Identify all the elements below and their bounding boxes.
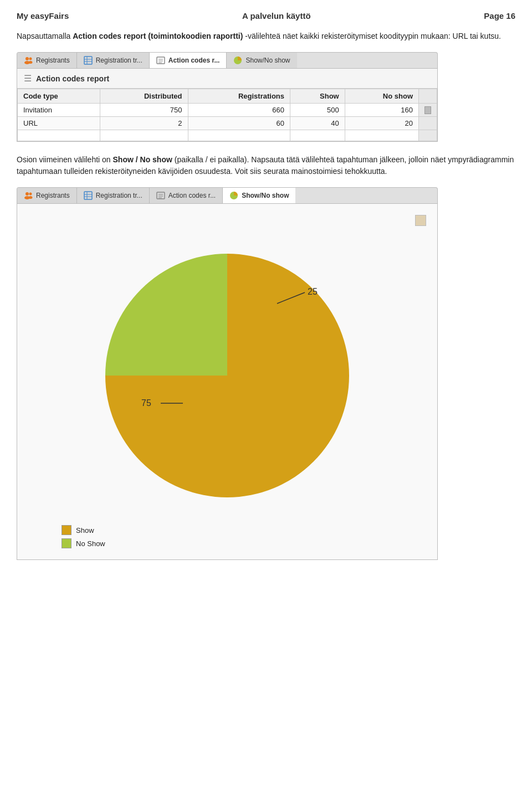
col-header-noshow: No show: [345, 89, 418, 104]
col-header-code-type: Code type: [18, 89, 100, 104]
label-25: 25: [308, 287, 318, 296]
row2-show: 40: [290, 117, 345, 130]
mid-before: Osion viimeinen välilehti on: [17, 155, 113, 164]
legend-color-noshow: [62, 538, 71, 548]
row2-code-type: URL: [18, 117, 100, 130]
legend-color-show: [62, 525, 71, 535]
row2-noshow: 20: [345, 117, 418, 130]
tab-registration-tr-1[interactable]: Registration tr...: [77, 53, 150, 68]
mid-bold: Show / No show: [113, 155, 172, 164]
pie-svg: 75 25: [89, 237, 366, 514]
svg-point-16: [29, 196, 33, 199]
tab-show-noshow-1[interactable]: Show/No show: [227, 53, 296, 68]
row1-noshow: 160: [345, 104, 418, 117]
intro-before: Napsauttamalla: [17, 32, 73, 40]
legend-label-noshow: No Show: [76, 539, 105, 548]
corner-indicator: [415, 215, 426, 226]
chart-legend: Show No Show: [62, 525, 105, 548]
row1-code-type: Invitation: [18, 104, 100, 117]
tab-label-show-noshow-2: Show/No show: [242, 192, 289, 199]
empty-cell-2: [100, 130, 188, 141]
row1-show: 500: [290, 104, 345, 117]
svg-rect-17: [84, 192, 92, 199]
table-row: Invitation 750 660 500 160: [18, 104, 437, 117]
tab-registration-tr-2[interactable]: Registration tr...: [77, 188, 150, 203]
col-header-show: Show: [290, 89, 345, 104]
pie-chart: 75 25: [89, 237, 366, 514]
list-icon-2: [156, 191, 165, 200]
users-icon-1: [24, 56, 33, 65]
svg-point-13: [25, 192, 29, 196]
tab-label-show-noshow-1: Show/No show: [245, 56, 290, 64]
row2-registrations: 60: [188, 117, 290, 130]
svg-point-15: [29, 193, 32, 196]
col-header-registrations: Registrations: [188, 89, 290, 104]
table-row: URL 2 60 40 20: [18, 117, 437, 130]
scrollbar-cell-2: [419, 117, 437, 130]
scrollbar-cell-3: [419, 130, 437, 141]
legend-item-show: Show: [62, 525, 105, 535]
tab-label-registrants-2: Registrants: [36, 192, 70, 199]
report-header-title: Action codes report: [36, 74, 109, 83]
row2-distributed: 2: [100, 117, 188, 130]
page-header: My easyFairs A palvelun käyttö Page 16: [17, 11, 515, 20]
action-codes-table: Code type Distributed Registrations Show…: [17, 89, 437, 141]
report-header: ☰ Action codes report: [17, 69, 437, 89]
svg-point-3: [29, 61, 33, 64]
page-number: Page 16: [484, 11, 515, 20]
tab-registrants-2[interactable]: Registrants: [17, 188, 77, 203]
empty-cell-1: [18, 130, 100, 141]
scrollbar-cell-1: [419, 104, 437, 117]
empty-cell-3: [188, 130, 290, 141]
tab-label-action-codes-1: Action codes r...: [168, 56, 220, 64]
tab-label-registration-tr-2: Registration tr...: [96, 192, 142, 199]
tab-show-noshow-2[interactable]: Show/No show: [223, 188, 295, 203]
pie-slice-noshow: [105, 254, 227, 376]
tab-action-codes-1[interactable]: Action codes r...: [150, 53, 227, 68]
pie-icon-2: [229, 191, 238, 200]
table-icon-2: [84, 191, 93, 200]
tab-bar-2: Registrants Registration tr... Action co…: [17, 187, 438, 203]
empty-cell-5: [345, 130, 418, 141]
col-header-distributed: Distributed: [100, 89, 188, 104]
pie-icon-1: [233, 56, 242, 65]
row1-distributed: 750: [100, 104, 188, 117]
intro-after: -välilehteä näet kaikki rekisteröitymise…: [243, 32, 501, 40]
mid-paragraph: Osion viimeinen välilehti on Show / No s…: [17, 154, 515, 177]
pie-chart-panel: 75 25 Show No Show: [17, 203, 438, 560]
table-icon-1: [84, 56, 93, 65]
site-title: My easyFairs: [17, 11, 69, 20]
center-title: A palvelun käyttö: [242, 11, 311, 20]
scrollbar-header: [419, 89, 437, 104]
empty-cell-4: [290, 130, 345, 141]
svg-point-2: [29, 58, 32, 60]
tab-label-action-codes-2: Action codes r...: [168, 192, 216, 199]
tab-registrants-1[interactable]: Registrants: [17, 53, 77, 68]
list-icon-1: [156, 56, 165, 65]
users-icon-2: [24, 191, 33, 200]
intro-bold: Action codes report (toimintokoodien rap…: [73, 32, 243, 40]
row1-registrations: 660: [188, 104, 290, 117]
svg-rect-4: [84, 56, 92, 64]
legend-item-noshow: No Show: [62, 538, 105, 548]
report-panel: ☰ Action codes report Code type Distribu…: [17, 68, 438, 142]
tab-label-registrants-1: Registrants: [36, 56, 70, 64]
report-header-icon: ☰: [24, 73, 32, 84]
legend-label-show: Show: [76, 526, 94, 535]
tab-label-registration-tr-1: Registration tr...: [96, 56, 142, 64]
label-75: 75: [141, 398, 151, 408]
tab-bar-1: Registrants Registration tr... Action co…: [17, 52, 438, 68]
tab-action-codes-2[interactable]: Action codes r...: [150, 188, 223, 203]
pie-container: 75 25 Show No Show: [28, 215, 426, 548]
svg-point-0: [25, 57, 29, 60]
table-row-empty: [18, 130, 437, 141]
intro-paragraph: Napsauttamalla Action codes report (toim…: [17, 30, 515, 42]
